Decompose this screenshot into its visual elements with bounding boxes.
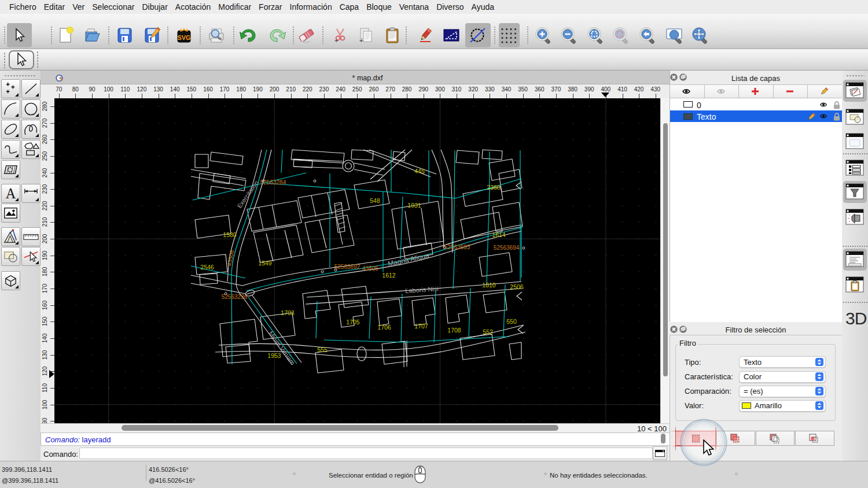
svg-text:1580: 1580: [223, 231, 237, 238]
svg-text:552: 552: [483, 328, 493, 335]
svg-text:52563693: 52563693: [444, 244, 470, 250]
svg-text:1953: 1953: [267, 352, 281, 359]
svg-text:1703: 1703: [281, 309, 295, 316]
svg-text:+: +: [359, 37, 363, 44]
svg-text:52563284: 52563284: [260, 179, 286, 186]
svg-text:1612: 1612: [382, 272, 396, 279]
svg-text:445: 445: [414, 168, 425, 175]
svg-text:1549: 1549: [258, 260, 272, 267]
svg-text:2546: 2546: [200, 264, 214, 271]
svg-text:548: 548: [370, 197, 380, 204]
svg-text:SVG: SVG: [177, 34, 190, 41]
svg-text:52563236: 52563236: [222, 294, 248, 300]
svg-text:52563692: 52563692: [334, 264, 361, 270]
svg-text:+: +: [334, 37, 338, 44]
svg-text:1931: 1931: [407, 202, 421, 209]
svg-text:1706: 1706: [377, 324, 391, 331]
svg-text:43505: 43505: [362, 265, 378, 272]
svg-text:1614: 1614: [492, 231, 506, 238]
svg-text:52563694: 52563694: [494, 245, 520, 251]
svg-text:2506: 2506: [510, 283, 524, 290]
svg-text:550: 550: [506, 318, 517, 325]
svg-text:555: 555: [317, 346, 328, 353]
svg-text:1708: 1708: [447, 327, 461, 334]
svg-text:2360: 2360: [487, 184, 501, 191]
svg-text:1705: 1705: [346, 319, 360, 326]
svg-text:1707: 1707: [414, 323, 428, 330]
svg-text:1810: 1810: [482, 282, 496, 289]
